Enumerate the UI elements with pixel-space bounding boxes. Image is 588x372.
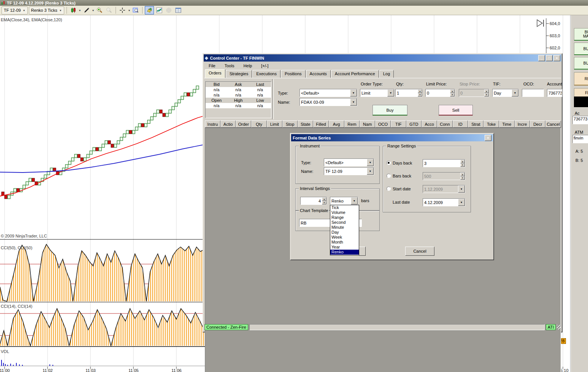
column-header-qty[interactable]: Qty [251,120,267,128]
dropdown-arrow[interactable]: ▼ [351,197,358,204]
dlg-name-select[interactable]: TF 12-09 ▼ [324,167,374,175]
buy-market-button[interactable]: BU MAR [574,28,588,41]
instrument-selector[interactable]: TF 12-09 ▼ [2,6,28,14]
sell-button[interactable]: Sell [439,105,473,116]
column-header-tif[interactable]: TIF [391,120,406,128]
spin-down-icon[interactable]: ▼ [418,93,422,97]
order-type-select[interactable]: Limit ▼ [360,89,395,97]
column-header-rem[interactable]: Rem [344,120,360,128]
atm-strategy-field[interactable]: finvin [572,135,588,143]
account-type-select[interactable]: <Default> ▼ [300,89,357,97]
column-header-incre[interactable]: Incre [515,120,530,128]
chevron-down-icon[interactable]: ▼ [79,9,81,12]
menu-tools[interactable]: Tools [225,63,235,68]
reverse-button[interactable]: RE [574,72,588,85]
days-back-stepper[interactable]: 3 ▲▼ [423,159,465,167]
column-header-limit[interactable]: Limit [267,120,282,128]
spin-up-icon[interactable]: ▲ [322,197,326,201]
tif-select[interactable]: Day ▼ [492,89,519,97]
dlg-type-select[interactable]: <Default> ▼ [324,158,374,166]
interval-value-stepper[interactable]: 4 ▲▼ [300,197,327,205]
zoom-out-button[interactable] [105,6,113,14]
column-header-actio[interactable]: Actio [220,120,236,128]
drawing-tools-button[interactable] [82,6,91,14]
control-center-titlebar[interactable]: ◈ Control Center - TF FINWIN _ □ × [204,54,561,62]
main-window-titlebar[interactable]: TF 12-09 4.12.2009 (Renko 3 Ticks) [0,0,588,6]
dialog-close-button[interactable]: × [485,135,491,141]
buy-button-1[interactable]: BUY [574,43,588,55]
option-minute[interactable]: Minute [330,225,359,230]
column-header-oco[interactable]: OCO [375,120,391,128]
spin-down-icon[interactable]: ▼ [322,201,326,205]
option-volume[interactable]: Volume [330,210,359,215]
resize-grip[interactable] [557,325,561,329]
interval-type-select[interactable]: Renko ▼ [330,197,358,205]
option-tick[interactable]: Tick [330,205,359,210]
option-second[interactable]: Second [330,220,359,225]
dropdown-arrow[interactable]: ▼ [367,168,374,175]
last-date-select[interactable]: 4.12.2009 ▼ [423,198,465,206]
dropdown-arrow[interactable]: ▼ [367,159,374,166]
spin-up-icon[interactable]: ▲ [418,89,422,93]
option-day[interactable]: Day [330,230,359,235]
column-header-acco[interactable]: Acco [422,120,437,128]
tab-orders[interactable]: Orders [205,69,225,78]
option-week[interactable]: Week [330,235,359,240]
tab-accounts[interactable]: Accounts [306,70,331,78]
buy-button-2[interactable]: BUY [574,57,588,70]
instrument-name-select[interactable]: FDAX 03-09 ▼ [300,98,357,106]
account-field[interactable]: 736773 [572,116,588,124]
tab-log[interactable]: Log [379,70,394,78]
days-back-radio[interactable] [387,161,391,165]
close-button[interactable]: × [553,55,560,61]
dropdown-arrow[interactable]: ▼ [387,89,394,97]
chevron-down-icon[interactable]: ▼ [128,9,130,12]
column-header-time[interactable]: Time [499,120,515,128]
column-header-filled[interactable]: Filled [313,120,329,128]
dropdown-arrow[interactable]: ▼ [512,89,518,97]
chart-panel-button[interactable] [155,6,163,14]
option-year[interactable]: Year [330,245,359,250]
column-header-order[interactable]: Order [236,120,251,128]
order-entry-button[interactable] [145,6,154,14]
column-header-instru[interactable]: Instru [205,120,220,128]
column-header-conn[interactable]: Conn [437,120,453,128]
tab-positions[interactable]: Positions [281,70,306,78]
spin-down-icon[interactable]: ▼ [450,93,455,97]
dropdown-arrow[interactable]: ▼ [350,98,357,106]
tab-strategies[interactable]: Strategies [226,70,252,78]
interval-selector[interactable]: Renko 3 Ticks ▼ [29,6,64,14]
menu-expand[interactable]: [+/-] [261,63,268,68]
dialog-titlebar[interactable]: Format Data Series × [291,134,493,141]
column-header-id[interactable]: ID [453,120,468,128]
column-header-avg[interactable]: Avg [329,120,344,128]
tab-account-performance[interactable]: Account Performance [331,70,379,78]
bars-back-radio[interactable] [387,174,391,178]
spin-down-icon[interactable]: ▼ [460,163,465,167]
zoom-in-button[interactable] [95,6,104,14]
bar-style-button[interactable] [69,6,78,14]
column-header-decr[interactable]: Decr [530,120,545,128]
tab-executions[interactable]: Executions [252,70,281,78]
dropdown-arrow[interactable]: ▼ [458,199,465,206]
coin-button[interactable] [165,6,173,14]
zoom-region-button[interactable] [132,6,140,14]
menu-file[interactable]: File [209,63,216,68]
account-field[interactable]: 736773 [547,89,562,97]
maximize-button[interactable]: □ [546,55,553,61]
start-date-radio[interactable] [387,187,391,191]
chevron-down-icon[interactable]: ▼ [92,9,95,12]
go-to-end-icon[interactable] [537,20,544,27]
column-header-cancel[interactable]: Cancel [545,120,561,128]
option-month[interactable]: Month [330,240,359,245]
qty-stepper[interactable]: 1 ▲▼ [395,89,423,97]
column-header-strat[interactable]: Strat [468,120,483,128]
crosshair-button[interactable] [118,6,127,14]
column-header-nam[interactable]: Nam [360,120,375,128]
spin-up-icon[interactable]: ▲ [450,89,455,93]
ok-button-fragment[interactable] [359,247,366,256]
minimize-button[interactable]: _ [538,55,545,61]
column-header-toke[interactable]: Toke [483,120,499,128]
oco-field[interactable] [522,89,544,97]
option-range[interactable]: Range [330,215,359,220]
